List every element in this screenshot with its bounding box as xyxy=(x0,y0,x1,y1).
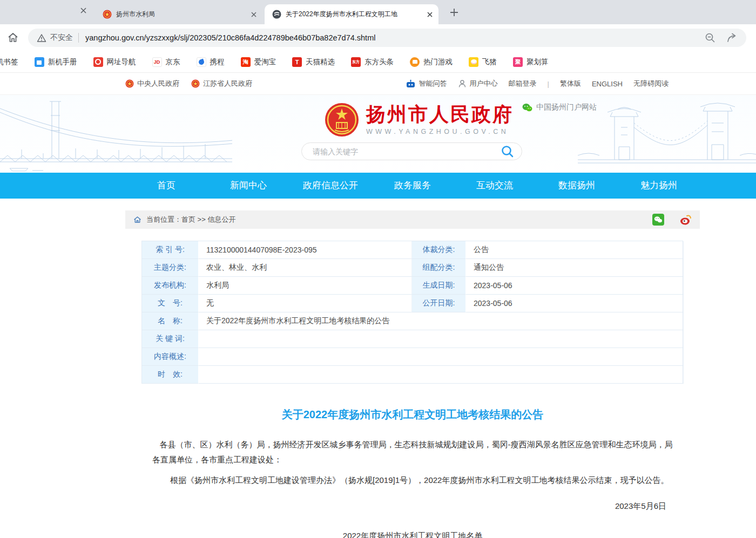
meta-label: 组配分类: xyxy=(412,259,466,277)
close-icon[interactable] xyxy=(80,7,87,14)
wechat-icon xyxy=(652,214,664,226)
article-title: 关于2022年度扬州市水利工程文明工地考核结果的公告 xyxy=(152,407,673,422)
table-row: 内容概述: xyxy=(142,348,683,366)
juhuasuan-icon: 聚 xyxy=(513,57,523,67)
mail-login-link[interactable]: 邮箱登录 xyxy=(509,79,537,88)
bookmark-fliggy[interactable]: 飞猪 xyxy=(469,57,497,67)
bookmarks-bar: 机书签 新机手册 网址导航 JD 京东 携程 淘 爱淘宝 T 天猫精选 东方 东… xyxy=(0,51,756,73)
site-logo-icon xyxy=(272,10,281,19)
fliggy-icon xyxy=(469,57,478,67)
nav-info-disclosure[interactable]: 政府信息公开 xyxy=(289,173,372,199)
share-weibo-button[interactable] xyxy=(679,214,692,226)
nav-data[interactable]: 数据扬州 xyxy=(536,173,618,199)
bookmark-juhuasuan[interactable]: 聚 聚划算 xyxy=(513,57,549,67)
tmall-icon: T xyxy=(292,57,302,67)
table-row: 名 称: 关于2022年度扬州市水利工程文明工地考核结果的公告 xyxy=(142,312,683,330)
main-nav: 首页 新闻中心 政府信息公开 政务服务 互动交流 数据扬州 魅力扬州 xyxy=(0,173,756,199)
traditional-link[interactable]: 繁体版 xyxy=(560,79,581,88)
link-central-gov[interactable]: 中央人民政府 xyxy=(125,79,179,88)
bookmark-nav-site[interactable]: 网址导航 xyxy=(93,57,136,67)
site-logo[interactable]: 扬州市人民政府 WWW.YANGZHOU.GOV.CN xyxy=(324,102,514,138)
browser-window: 扬州市水利局 关于2022年度扬州市水利工程文明工地 xyxy=(0,0,756,538)
share-icon[interactable] xyxy=(726,32,739,44)
search-icon xyxy=(501,145,515,159)
portal-link[interactable]: 中国扬州门户网站 xyxy=(522,103,597,112)
banner-artwork-right xyxy=(578,95,756,173)
url-text: yangzhou.gov.cn/yzszxxgk/slj/202305/210c… xyxy=(85,33,375,42)
wechat-icon xyxy=(522,103,532,112)
bookmark-tmall[interactable]: T 天猫精选 xyxy=(292,57,335,67)
meta-label: 体裁分类: xyxy=(412,241,466,259)
site-name: 扬州市人民政府 xyxy=(366,104,514,126)
tab-title: 扬州市水利局 xyxy=(116,10,246,19)
article-list-title: 2022年度扬州市水利工程文明工地名单 xyxy=(152,531,673,538)
bookmark-ctrip[interactable]: 携程 xyxy=(197,57,225,67)
nav-news[interactable]: 新闻中心 xyxy=(207,173,289,199)
gov-emblem-icon xyxy=(125,79,134,88)
share-wechat-button[interactable] xyxy=(652,214,664,226)
metadata-table: 索 引 号: 11321000014407098E-2023-095 体裁分类:… xyxy=(141,241,683,384)
home-icon[interactable] xyxy=(6,31,19,44)
dongfang-icon: 东方 xyxy=(351,57,361,67)
taobao-icon: 淘 xyxy=(241,57,251,67)
search-box xyxy=(301,142,522,160)
meta-label: 主题分类: xyxy=(142,259,199,277)
accessibility-link[interactable]: 无障碍阅读 xyxy=(633,79,669,88)
address-bar[interactable]: 不安全 yangzhou.gov.cn/yzszxxgk/slj/202305/… xyxy=(28,29,746,47)
tab-title: 关于2022年度扬州市水利工程文明工地 xyxy=(286,10,422,19)
address-toolbar: 不安全 yangzhou.gov.cn/yzszxxgk/slj/202305/… xyxy=(0,24,756,51)
bookmark-dongfang[interactable]: 东方 东方头条 xyxy=(351,57,394,67)
meta-label: 索 引 号: xyxy=(142,241,199,259)
meta-label: 公开日期: xyxy=(412,295,466,312)
close-icon[interactable] xyxy=(427,11,433,18)
bookmark-games[interactable]: 热门游戏 xyxy=(410,57,453,67)
bookmark-jd[interactable]: JD 京东 xyxy=(152,57,180,67)
gov-emblem-icon xyxy=(191,79,200,88)
search-button[interactable] xyxy=(501,145,515,159)
bookmark-phone[interactable]: 机书签 xyxy=(0,57,18,67)
meta-value: 2023-05-06 xyxy=(466,295,684,312)
warning-icon[interactable] xyxy=(37,33,46,43)
meta-value xyxy=(199,330,684,348)
meta-value xyxy=(199,366,684,384)
bookmark-manual[interactable]: 新机手册 xyxy=(35,57,77,67)
meta-value: 无 xyxy=(199,295,412,312)
link-jiangsu-gov[interactable]: 江苏省人民政府 xyxy=(191,79,252,88)
zoom-out-icon[interactable] xyxy=(704,32,716,44)
english-link[interactable]: ENGLISH xyxy=(592,80,623,88)
nav-home[interactable]: 首页 xyxy=(125,173,207,199)
ctrip-icon xyxy=(197,57,206,67)
tab-announcement-active[interactable]: 关于2022年度扬州市水利工程文明工地 xyxy=(265,4,438,24)
article: 关于2022年度扬州市水利工程文明工地考核结果的公告 各县（市、区）水利（务）局… xyxy=(125,407,700,538)
tab-shuiliju[interactable]: 扬州市水利局 xyxy=(95,4,262,24)
close-icon[interactable] xyxy=(251,11,257,18)
game-icon xyxy=(410,57,420,67)
nav-charm[interactable]: 魅力扬州 xyxy=(618,173,700,199)
smart-qa-link[interactable]: 智能问答 xyxy=(406,79,447,88)
nav-interaction[interactable]: 互动交流 xyxy=(454,173,536,199)
security-label: 不安全 xyxy=(50,33,73,43)
meta-value: 通知公告 xyxy=(466,259,684,277)
table-row: 发布机构: 水利局 生成日期: 2023-05-06 xyxy=(142,277,683,295)
article-paragraph: 根据《扬州市水利工程文明工地建设管理办法》（扬水规[2019]1号），2022年… xyxy=(152,473,673,488)
compass-icon xyxy=(93,57,103,67)
gov-emblem-icon xyxy=(103,10,112,19)
site-url: WWW.YANGZHOU.GOV.CN xyxy=(366,128,514,135)
meta-value: 2023-05-06 xyxy=(466,277,684,295)
meta-value: 11321000014407098E-2023-095 xyxy=(199,241,412,259)
meta-label: 发布机构: xyxy=(142,277,199,295)
page-content: 中央人民政府 江苏省人民政府 xyxy=(0,73,756,538)
manual-icon xyxy=(35,57,44,67)
breadcrumb: 当前位置： 首页 >> 信息公开 xyxy=(125,210,700,229)
search-input[interactable] xyxy=(302,147,501,156)
meta-label: 内容概述: xyxy=(142,348,199,366)
tab-bar: 扬州市水利局 关于2022年度扬州市水利工程文明工地 xyxy=(0,0,756,24)
bookmark-taobao[interactable]: 淘 爱淘宝 xyxy=(241,57,276,67)
user-center-link[interactable]: 用户中心 xyxy=(458,79,498,88)
new-tab-button[interactable] xyxy=(448,6,460,18)
article-paragraph: 各县（市、区）水利（务）局，扬州经济开发区城乡事务管理局，生态科技新城规划建设局… xyxy=(152,437,673,467)
nav-services[interactable]: 政务服务 xyxy=(372,173,454,199)
national-emblem-icon xyxy=(324,102,360,138)
breadcrumb-path[interactable]: 首页 >> 信息公开 xyxy=(181,215,235,224)
table-row: 索 引 号: 11321000014407098E-2023-095 体裁分类:… xyxy=(142,241,683,259)
